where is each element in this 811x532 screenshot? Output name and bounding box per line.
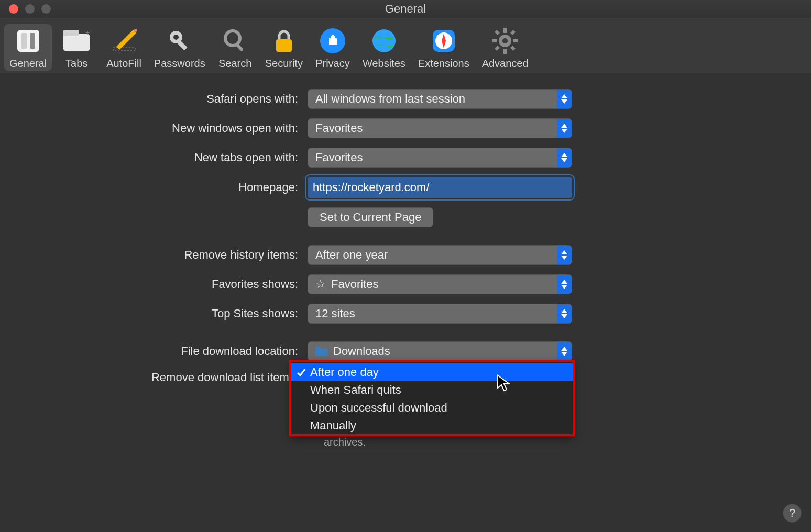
remove-history-items-popup[interactable]: After one year: [308, 245, 572, 265]
svg-rect-22: [503, 49, 507, 54]
tab-websites[interactable]: Websites: [357, 24, 411, 71]
svg-marker-35: [561, 158, 567, 162]
popup-value: Favorites: [315, 151, 363, 164]
svg-marker-34: [561, 153, 567, 157]
svg-marker-32: [561, 124, 567, 128]
svg-rect-21: [503, 28, 507, 33]
new-tabs-open-with-popup[interactable]: Favorites: [308, 148, 572, 168]
tabs-icon: +: [62, 26, 91, 56]
svg-rect-28: [495, 46, 500, 51]
svg-rect-24: [513, 39, 518, 42]
tab-label: Tabs: [65, 58, 87, 70]
zoom-window-button[interactable]: [41, 4, 51, 14]
hand-icon: [318, 26, 347, 56]
top-sites-shows-label: Top Sites shows:: [0, 307, 308, 320]
star-icon: ☆: [315, 278, 326, 291]
file-download-location-popup[interactable]: Downloads: [308, 341, 572, 361]
tab-label: Advanced: [482, 58, 529, 70]
chevron-up-down-icon: [557, 246, 572, 264]
tab-label: Websites: [363, 58, 406, 70]
menu-item-after-one-day[interactable]: After one day: [291, 363, 573, 381]
svg-marker-37: [561, 256, 567, 260]
tab-passwords[interactable]: Passwords: [149, 24, 211, 71]
svg-marker-38: [561, 280, 567, 284]
tab-extensions[interactable]: Extensions: [413, 24, 475, 71]
minimize-window-button[interactable]: [25, 4, 35, 14]
popup-value: Favorites: [331, 278, 378, 291]
tab-label: General: [9, 58, 47, 70]
remove-history-items-label: Remove history items:: [0, 248, 308, 262]
svg-rect-11: [176, 39, 187, 50]
traffic-lights: [0, 4, 51, 14]
file-download-location-label: File download location:: [0, 345, 308, 358]
help-button[interactable]: ?: [783, 504, 802, 523]
popup-value: Favorites: [315, 121, 363, 135]
homepage-value: https://rocketyard.com/: [313, 181, 430, 194]
new-windows-open-with-popup[interactable]: Favorites: [308, 118, 572, 138]
titlebar: General: [0, 0, 811, 18]
homepage-label: Homepage:: [0, 181, 308, 194]
folder-icon: [315, 347, 328, 356]
svg-point-10: [173, 35, 179, 40]
tab-label: Security: [265, 58, 303, 70]
menu-item-manually[interactable]: Manually: [291, 417, 573, 435]
svg-marker-31: [561, 99, 567, 104]
popup-value: After one year: [315, 248, 388, 262]
tab-label: AutoFill: [106, 58, 141, 70]
tab-privacy[interactable]: Privacy: [310, 24, 355, 71]
svg-marker-44: [561, 347, 567, 351]
favorites-shows-label: Favorites shows:: [0, 278, 308, 291]
tab-label: Privacy: [315, 58, 350, 70]
svg-rect-27: [510, 30, 516, 35]
svg-rect-13: [235, 43, 244, 52]
popup-value: Downloads: [333, 345, 390, 358]
new-tabs-open-with-label: New tabs open with:: [0, 151, 308, 164]
top-sites-shows-popup[interactable]: 12 sites: [308, 304, 572, 324]
svg-text:+: +: [85, 29, 90, 37]
pencil-icon: [109, 26, 139, 56]
gear-icon: [490, 26, 520, 56]
safari-opens-with-label: Safari opens with:: [0, 92, 308, 106]
homepage-field[interactable]: https://rocketyard.com/: [308, 177, 572, 198]
popup-value: All windows from last session: [315, 92, 465, 106]
lock-icon: [269, 26, 299, 56]
menu-item-upon-successful-download[interactable]: Upon successful download: [291, 399, 573, 417]
tab-autofill[interactable]: AutoFill: [101, 24, 147, 71]
general-preferences-form: Safari opens with: All windows from last…: [0, 89, 811, 394]
close-window-button[interactable]: [9, 4, 18, 14]
svg-rect-43: [315, 347, 321, 350]
tab-label: Search: [218, 58, 251, 70]
safari-opens-with-popup[interactable]: All windows from last session: [308, 89, 572, 109]
svg-marker-41: [561, 314, 567, 318]
checkmark-icon: [297, 367, 306, 380]
preferences-toolbar: General + Tabs AutoFill Passwords Search…: [0, 18, 811, 73]
tab-security[interactable]: Security: [260, 24, 308, 71]
window-title: General: [0, 2, 811, 16]
menu-item-label: Upon successful download: [310, 401, 447, 415]
chevron-up-down-icon: [557, 342, 572, 361]
tab-general[interactable]: General: [4, 24, 52, 71]
svg-rect-1: [21, 33, 27, 49]
svg-rect-4: [63, 30, 79, 36]
svg-marker-45: [561, 352, 567, 356]
tab-search[interactable]: Search: [213, 24, 258, 71]
svg-rect-2: [30, 33, 35, 49]
menu-item-label: When Safari quits: [310, 383, 401, 397]
svg-marker-33: [561, 129, 567, 133]
tab-label: Extensions: [418, 58, 469, 70]
svg-rect-42: [315, 349, 328, 356]
set-to-current-page-button[interactable]: Set to Current Page: [308, 207, 433, 227]
tab-tabs[interactable]: + Tabs: [54, 24, 99, 71]
new-windows-open-with-label: New windows open with:: [0, 121, 308, 135]
chevron-up-down-icon: [557, 90, 572, 108]
svg-point-12: [225, 31, 240, 46]
helper-text: archives.: [324, 436, 366, 448]
svg-rect-26: [510, 46, 516, 51]
remove-download-list-items-menu[interactable]: After one day When Safari quits Upon suc…: [291, 362, 573, 436]
tab-advanced[interactable]: Advanced: [477, 24, 534, 71]
favorites-shows-popup[interactable]: ☆ Favorites: [308, 274, 572, 294]
search-icon: [221, 26, 250, 56]
svg-rect-23: [492, 39, 497, 42]
menu-item-when-safari-quits[interactable]: When Safari quits: [291, 381, 573, 399]
svg-marker-30: [561, 94, 567, 98]
